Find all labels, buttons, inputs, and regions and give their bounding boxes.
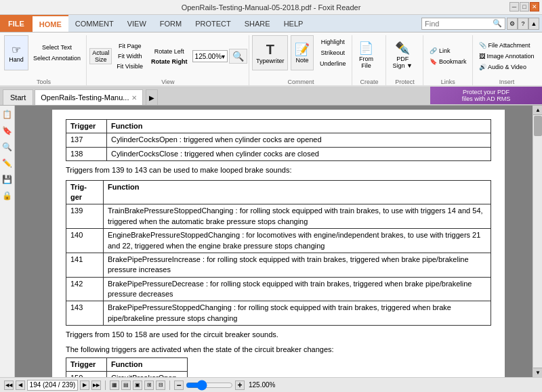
scroll-thumb[interactable] xyxy=(534,116,542,136)
col-function-header2: Function xyxy=(104,180,491,204)
ribbon-extra-btn2[interactable]: ? xyxy=(518,18,528,30)
select-annotation-btn[interactable]: Select Annotation xyxy=(30,53,84,63)
table-row: 150 CircuitBreakerOpen xyxy=(66,372,188,377)
ad-banner[interactable]: Protect your PDF files with AD RMS xyxy=(430,87,542,104)
view-mode-1[interactable]: ▦ xyxy=(110,380,119,390)
view-mode-5[interactable]: ⊟ xyxy=(156,380,165,390)
file-attachment-btn[interactable]: 📎 File Attachment xyxy=(476,41,538,50)
minimize-btn[interactable]: ─ xyxy=(509,2,519,12)
view-mode-2[interactable]: ▤ xyxy=(121,380,131,390)
typewriter-btn[interactable]: T Typewriter xyxy=(252,35,288,70)
close-btn[interactable]: ✕ xyxy=(530,2,539,12)
col-function-header3: Function xyxy=(107,358,188,372)
ribbon-group-links: 🔗 Link 🔖 Bookmark Links xyxy=(423,35,473,85)
ribbon-group-tools: ☞ Hand Select Text Select Annotation Too… xyxy=(1,35,87,85)
audio-video-btn[interactable]: 🔊 Audio & Video xyxy=(476,62,538,72)
underline-btn[interactable]: Underline xyxy=(316,59,350,68)
nav-first-btn[interactable]: ◀◀ xyxy=(4,380,14,390)
tab-view[interactable]: VIEW xyxy=(121,15,153,32)
scroll-down-btn[interactable]: ▼ xyxy=(533,368,542,377)
ribbon-group-view: ActualSize Fit Page Fit Width Fit Visibl… xyxy=(87,35,249,85)
vertical-scrollbar[interactable]: ▲ ▼ xyxy=(533,106,542,377)
insert-group-label: Insert xyxy=(476,77,538,85)
tab-help[interactable]: HELP xyxy=(277,15,310,32)
page-number-input[interactable] xyxy=(27,380,78,391)
create-group-label: Create xyxy=(355,77,383,85)
table-row: 137 CylinderCocksOpen : triggered when c… xyxy=(66,133,491,147)
col-trigger-header: Trigger xyxy=(66,120,107,133)
from-file-btn[interactable]: 📄 FromFile xyxy=(355,38,377,72)
search-input[interactable] xyxy=(425,20,493,28)
para-3: The following triggers are activated whe… xyxy=(66,345,491,355)
view-group-label: View xyxy=(89,77,246,85)
col-function-header: Function xyxy=(107,120,491,133)
sidebar-icon-pages[interactable]: 📋 xyxy=(1,108,14,121)
zoom-out-btn[interactable]: − xyxy=(174,380,184,390)
fit-page-btn[interactable]: Fit Page xyxy=(113,41,146,51)
table-row: 141 BrakePipePressureIncrease : for roll… xyxy=(66,253,491,277)
table-row: 143 BrakePipePressureStoppedChanging : f… xyxy=(66,301,491,326)
zoom-slider[interactable] xyxy=(186,381,233,389)
sidebar-icon-security[interactable]: 🔒 xyxy=(1,190,14,202)
app-title: OpenRails-Testing-Manual-05-2018.pdf - F… xyxy=(182,3,361,12)
doc-tab-start[interactable]: Start xyxy=(3,89,33,105)
bookmark-btn[interactable]: 🔖 Bookmark xyxy=(426,57,470,66)
sidebar-icon-save[interactable]: 💾 xyxy=(1,173,14,186)
actual-size-btn[interactable]: ActualSize xyxy=(89,48,112,64)
pdf-sign-btn[interactable]: ✒️ PDFSign ▼ xyxy=(389,38,415,72)
tab-comment[interactable]: COMMENT xyxy=(68,15,121,32)
view-mode-3[interactable]: ▣ xyxy=(133,380,142,390)
sidebar-icon-edit[interactable]: ✏️ xyxy=(1,157,14,169)
col-trigger-header2: Trig-ger xyxy=(66,180,104,204)
pdf-page: Trigger Function 137 CylinderCocksOpen :… xyxy=(52,110,505,377)
sidebar-icon-search[interactable]: 🔍 xyxy=(1,141,14,153)
para-1: Triggers from 139 to 143 can be used to … xyxy=(66,165,491,175)
tab-home[interactable]: HOME xyxy=(33,15,68,32)
trigger-table-3: Trigger Function 150 CircuitBreakerOpen … xyxy=(66,357,188,377)
trigger-table-1: Trigger Function 137 CylinderCocksOpen :… xyxy=(66,119,491,161)
table-row: 138 CylinderCocksClose : triggered when … xyxy=(66,147,491,160)
protect-group-label: Protect xyxy=(389,77,420,85)
link-btn[interactable]: 🔗 Link xyxy=(426,46,470,56)
image-annotation-btn[interactable]: 🖼 Image Annotation xyxy=(476,51,538,61)
tab-protect[interactable]: PROTECT xyxy=(188,15,238,32)
doc-tab-pdf[interactable]: OpenRails-Testing-Manu... ✕ xyxy=(35,89,143,105)
ribbon-extra-btn1[interactable]: ⚙ xyxy=(507,18,518,30)
sidebar-icon-bookmarks[interactable]: 🔖 xyxy=(1,125,14,137)
comment-group-label: Comment xyxy=(252,77,349,85)
view-mode-4[interactable]: ⊞ xyxy=(144,380,154,390)
links-group-label: Links xyxy=(426,77,470,85)
file-menu-btn[interactable]: FILE xyxy=(0,15,33,32)
fit-visible-btn[interactable]: Fit Visible xyxy=(113,62,146,71)
nav-prev-btn[interactable]: ◀ xyxy=(16,380,25,390)
ribbon-minimize-btn[interactable]: ▲ xyxy=(528,18,539,30)
rotate-right-btn[interactable]: Rotate Right xyxy=(148,57,191,66)
fit-width-btn[interactable]: Fit Width xyxy=(113,51,146,61)
note-btn[interactable]: 📝 Note xyxy=(291,35,314,70)
ribbon-group-insert: 📎 File Attachment 🖼 Image Annotation 🔊 A… xyxy=(473,35,541,85)
table-row: 139 TrainBrakePressureStoppedChanging : … xyxy=(66,204,491,229)
nav-next-btn[interactable]: ▶ xyxy=(80,380,89,390)
tab-form[interactable]: FORM xyxy=(153,15,188,32)
zoom-level-display: 125.00% xyxy=(249,381,275,389)
zoom-in-btn[interactable]: + xyxy=(235,380,245,390)
bottom-bar: ◀◀ ◀ ▶ ▶▶ ▦ ▤ ▣ ⊞ ⊟ − + 125.00% xyxy=(0,377,542,392)
para-2: Triggers from 150 to 158 are used for th… xyxy=(66,330,491,340)
nav-last-btn[interactable]: ▶▶ xyxy=(91,380,101,390)
strikeout-btn[interactable]: Strikeout xyxy=(316,48,350,58)
select-text-btn[interactable]: Select Text xyxy=(30,43,84,52)
ribbon-group-create: 📄 FromFile Create xyxy=(352,35,386,85)
zoom-btn[interactable]: 🔍 xyxy=(229,49,247,64)
maximize-btn[interactable]: □ xyxy=(520,2,529,12)
rotate-left-btn[interactable]: Rotate Left xyxy=(148,47,191,56)
zoom-dropdown[interactable]: 125.00% ▾ xyxy=(192,50,228,62)
table-row: 142 BrakePipePressureDecrease : for roll… xyxy=(66,277,491,301)
highlight-btn[interactable]: Highlight xyxy=(316,37,350,47)
search-icon[interactable]: 🔍 xyxy=(493,19,502,28)
tab-scroll-right[interactable]: ▶ xyxy=(146,89,158,105)
hand-tool-btn[interactable]: ☞ Hand xyxy=(4,35,28,70)
scroll-up-btn[interactable]: ▲ xyxy=(533,106,542,115)
tools-group-label: Tools xyxy=(4,77,83,85)
close-tab-icon[interactable]: ✕ xyxy=(131,94,137,102)
tab-share[interactable]: SHARE xyxy=(238,15,277,32)
